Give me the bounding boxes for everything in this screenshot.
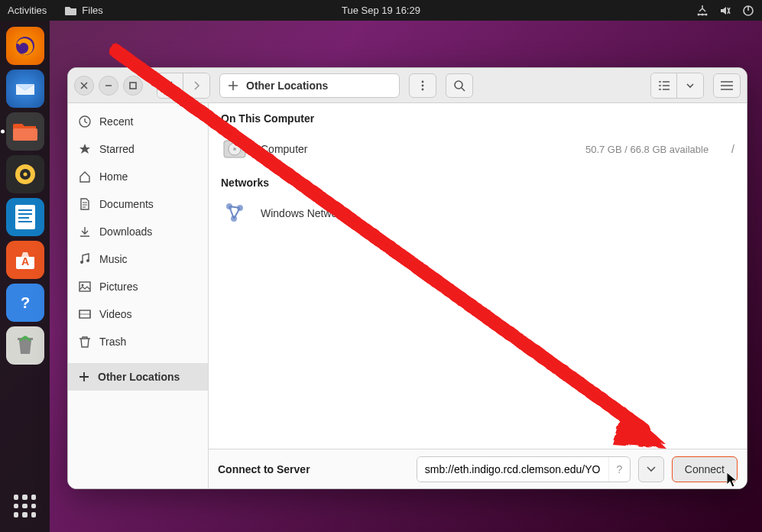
dock-software[interactable]: A — [6, 241, 44, 279]
firefox-icon — [12, 33, 38, 59]
files-window: Other Locations Recent Starred Home — [67, 67, 747, 489]
dock-apps-grid[interactable] — [10, 491, 41, 521]
dock-writer[interactable] — [6, 198, 44, 236]
location-meta: 50.7 GB / 66.8 GB available — [585, 144, 708, 155]
svg-point-27 — [82, 284, 84, 287]
server-history-button[interactable] — [638, 456, 664, 482]
sidebar-label: Downloads — [99, 225, 152, 238]
dock-rhythmbox[interactable] — [6, 155, 44, 193]
places-sidebar: Recent Starred Home Documents Downloads … — [68, 103, 209, 488]
nav-forward-button[interactable] — [183, 73, 209, 98]
network-workgroup-icon — [221, 200, 248, 227]
dock-firefox[interactable] — [6, 27, 44, 65]
thunderbird-icon — [13, 76, 37, 101]
harddisk-icon — [221, 135, 248, 163]
network-icon[interactable] — [696, 5, 708, 17]
svg-point-19 — [422, 80, 424, 83]
clock-icon — [79, 115, 91, 128]
view-options-button[interactable] — [677, 73, 703, 98]
svg-rect-18 — [130, 83, 136, 89]
svg-point-25 — [86, 259, 89, 262]
view-switcher — [650, 73, 704, 99]
main-content: On This Computer Computer 50.7 GB / 66.8… — [209, 103, 747, 488]
connect-to-server-bar: Connect to Server ? Connect — [209, 449, 747, 488]
help-icon: ? — [14, 291, 37, 314]
plus-icon — [228, 80, 238, 91]
activities-button[interactable]: Activities — [8, 5, 47, 16]
svg-rect-10 — [18, 209, 32, 211]
picture-icon — [79, 281, 91, 293]
sidebar-label: Trash — [99, 336, 126, 348]
svg-text:?: ? — [20, 294, 29, 311]
svg-point-0 — [698, 13, 700, 15]
location-computer[interactable]: Computer 50.7 GB / 66.8 GB available / — [209, 131, 747, 167]
star-icon — [79, 143, 91, 155]
help-icon[interactable]: ? — [608, 457, 630, 482]
gnome-topbar: Activities Files Tue Sep 19 16:29 — [0, 0, 762, 21]
sidebar-item-trash[interactable]: Trash — [68, 328, 208, 355]
nav-back-button[interactable] — [157, 73, 183, 98]
dock-trash[interactable] — [6, 326, 44, 365]
sidebar-item-downloads[interactable]: Downloads — [68, 218, 208, 245]
location-label: Computer — [261, 143, 307, 155]
headerbar: Other Locations — [68, 68, 747, 103]
section-networks: Networks — [209, 167, 747, 195]
sidebar-label: Home — [99, 170, 128, 183]
svg-point-31 — [233, 148, 236, 151]
download-icon — [79, 225, 91, 238]
topbar-clock[interactable]: Tue Sep 19 16:29 — [342, 5, 420, 16]
svg-point-21 — [422, 88, 424, 90]
sidebar-label: Music — [99, 253, 128, 265]
sidebar-label: Other Locations — [98, 371, 180, 383]
sidebar-label: Pictures — [99, 281, 138, 293]
sidebar-item-home[interactable]: Home — [68, 163, 208, 190]
sidebar-item-music[interactable]: Music — [68, 245, 208, 273]
location-label: Windows Network — [261, 207, 346, 219]
connect-label: Connect to Server — [218, 463, 310, 475]
hamburger-menu-button[interactable] — [713, 73, 741, 98]
view-list-button[interactable] — [651, 73, 677, 98]
sidebar-item-videos[interactable]: Videos — [68, 300, 208, 328]
location-mount: / — [731, 143, 734, 155]
sidebar-item-starred[interactable]: Starred — [68, 135, 208, 163]
sidebar-label: Videos — [99, 308, 132, 320]
nav-buttons — [157, 73, 210, 99]
sidebar-label: Starred — [99, 143, 135, 155]
svg-point-1 — [702, 13, 704, 15]
home-icon — [79, 170, 91, 183]
sidebar-item-pictures[interactable]: Pictures — [68, 273, 208, 300]
connect-input-wrap: ? — [417, 456, 631, 482]
video-icon — [79, 308, 91, 320]
window-minimize-button[interactable] — [99, 76, 118, 96]
plus-icon — [79, 371, 89, 382]
volume-icon[interactable] — [719, 5, 731, 17]
topbar-app-indicator[interactable]: Files — [65, 5, 102, 16]
svg-point-24 — [80, 261, 83, 264]
server-address-input[interactable] — [417, 457, 608, 482]
dock-thunderbird[interactable] — [6, 70, 44, 108]
search-icon — [453, 79, 465, 92]
software-icon: A — [14, 249, 37, 271]
sidebar-item-documents[interactable]: Documents — [68, 190, 208, 218]
path-menu-button[interactable] — [409, 73, 436, 98]
svg-rect-12 — [18, 217, 29, 219]
dock-help[interactable]: ? — [6, 284, 44, 322]
chevron-down-icon — [647, 466, 656, 472]
sidebar-item-recent[interactable]: Recent — [68, 108, 208, 135]
power-icon[interactable] — [742, 5, 754, 17]
location-windows-network[interactable]: Windows Network — [209, 195, 747, 232]
topbar-app-name: Files — [82, 5, 102, 16]
dock-files[interactable] — [6, 112, 44, 151]
svg-point-22 — [455, 81, 462, 89]
files-icon — [65, 5, 77, 16]
sidebar-item-other-locations[interactable]: Other Locations — [68, 363, 208, 391]
mouse-cursor — [727, 472, 739, 488]
svg-text:A: A — [21, 255, 28, 268]
sidebar-label: Recent — [99, 115, 133, 128]
path-bar[interactable]: Other Locations — [219, 73, 400, 98]
window-maximize-button[interactable] — [123, 76, 143, 96]
search-button[interactable] — [446, 73, 473, 98]
window-close-button[interactable] — [74, 76, 94, 96]
libreoffice-writer-icon — [14, 203, 37, 231]
svg-rect-5 — [13, 128, 37, 141]
